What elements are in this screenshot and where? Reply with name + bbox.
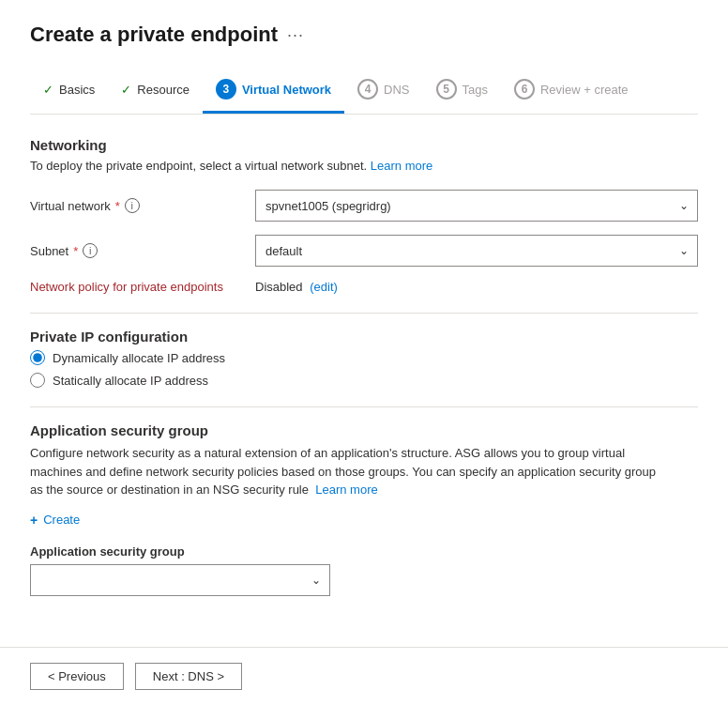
required-indicator: * — [115, 199, 120, 213]
radio-static-label: Statically allocate IP address — [53, 374, 208, 388]
step-number: 6 — [514, 79, 535, 100]
step-basics[interactable]: ✓ Basics — [30, 73, 108, 111]
subnet-select[interactable]: default — [255, 235, 698, 267]
step-tags-label: Tags — [463, 83, 488, 97]
section-divider-2 — [30, 406, 698, 407]
step-number: 4 — [357, 79, 378, 100]
radio-dynamic-label: Dynamically allocate IP address — [53, 351, 225, 365]
asg-select-wrapper: ⌄ — [30, 564, 330, 596]
network-policy-row: Network policy for private endpoints Dis… — [30, 280, 698, 294]
subnet-row: Subnet * i default ⌄ — [30, 235, 698, 267]
private-ip-radio-group: Dynamically allocate IP address Statical… — [30, 350, 698, 388]
step-review-create-label: Review + create — [540, 83, 629, 97]
network-policy-value: Disabled (edit) — [255, 280, 338, 294]
step-virtual-network-label: Virtual Network — [242, 83, 331, 97]
step-number: 3 — [216, 79, 236, 100]
step-resource[interactable]: ✓ Resource — [108, 73, 203, 111]
previous-button[interactable]: < Previous — [30, 663, 124, 690]
step-basics-label: Basics — [59, 83, 95, 97]
step-resource-label: Resource — [137, 83, 190, 97]
asg-learn-more-link[interactable]: Learn more — [312, 483, 378, 497]
subnet-label: Subnet * i — [30, 243, 255, 258]
networking-section-title: Networking — [30, 137, 698, 153]
network-policy-edit-link[interactable]: (edit) — [310, 280, 338, 294]
wizard-steps: ✓ Basics ✓ Resource 3 Virtual Network 4 … — [30, 69, 698, 115]
step-dns-label: DNS — [384, 83, 409, 97]
networking-subtitle: To deploy the private endpoint, select a… — [30, 159, 698, 173]
more-options-icon[interactable]: ··· — [287, 25, 304, 45]
private-ip-section-title: Private IP configuration — [30, 329, 698, 345]
step-review-create[interactable]: 6 Review + create — [501, 69, 642, 114]
subnet-info-icon[interactable]: i — [83, 243, 98, 258]
step-dns[interactable]: 4 DNS — [344, 69, 422, 114]
step-number: 5 — [436, 79, 457, 100]
footer: < Previous Next : DNS > — [0, 647, 728, 705]
page-title: Create a private endpoint — [30, 23, 278, 47]
check-icon: ✓ — [43, 83, 53, 97]
check-icon: ✓ — [121, 83, 131, 97]
step-tags[interactable]: 5 Tags — [423, 69, 501, 114]
subnet-control: default ⌄ — [255, 235, 698, 267]
radio-dynamic-input[interactable] — [30, 350, 45, 365]
step-virtual-network[interactable]: 3 Virtual Network — [203, 69, 344, 114]
virtual-network-control: spvnet1005 (spegridrg) ⌄ — [255, 190, 698, 222]
asg-select[interactable] — [30, 564, 330, 596]
create-asg-link[interactable]: + Create — [30, 513, 80, 528]
plus-icon: + — [30, 513, 38, 528]
virtual-network-row: Virtual network * i spvnet1005 (spegridr… — [30, 190, 698, 222]
asg-section-title: Application security group — [30, 422, 698, 438]
section-divider — [30, 313, 698, 314]
virtual-network-label: Virtual network * i — [30, 198, 255, 213]
subnet-select-wrapper: default ⌄ — [255, 235, 698, 267]
asg-description: Configure network security as a natural … — [30, 444, 668, 499]
radio-static-input[interactable] — [30, 373, 45, 388]
networking-learn-more-link[interactable]: Learn more — [371, 159, 432, 173]
next-button[interactable]: Next : DNS > — [135, 663, 242, 690]
radio-dynamic[interactable]: Dynamically allocate IP address — [30, 350, 698, 365]
radio-static[interactable]: Statically allocate IP address — [30, 373, 698, 388]
network-policy-label: Network policy for private endpoints — [30, 280, 255, 294]
create-asg-label: Create — [43, 513, 80, 527]
virtual-network-select[interactable]: spvnet1005 (spegridrg) — [255, 190, 698, 222]
required-indicator: * — [73, 244, 78, 258]
virtual-network-select-wrapper: spvnet1005 (spegridrg) ⌄ — [255, 190, 698, 222]
asg-field-label: Application security group — [30, 544, 698, 559]
virtual-network-info-icon[interactable]: i — [125, 198, 140, 213]
